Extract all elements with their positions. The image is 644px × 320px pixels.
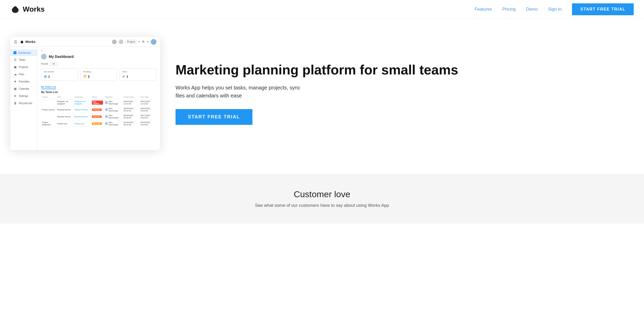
row1-project — [41, 99, 56, 106]
row3-project — [41, 113, 56, 120]
row2-reporter: Alex MacGregor — [104, 106, 122, 113]
back-button[interactable]: < — [41, 49, 156, 52]
app-screenshot: ☰ Works Project ▾ ⚙ + — [10, 37, 160, 150]
table-row: Project Bulbasaur Project icon Project i… — [41, 120, 156, 127]
row2-reporter-avatar — [105, 108, 108, 111]
logo-text: Works — [23, 5, 45, 13]
sidebar-label-calendar: Calendar — [19, 87, 29, 90]
row4-status: Next due — [91, 120, 104, 127]
dashboard-avatar — [41, 54, 47, 59]
topbar-avatar — [151, 39, 156, 45]
row2-summary[interactable]: Website favicon — [73, 106, 91, 113]
done-icon: ✔ — [122, 74, 125, 79]
sidebar-item-settings[interactable]: ⚙ Settings — [10, 92, 37, 100]
dashboard-icon — [13, 51, 17, 54]
period-value[interactable]: All — [50, 62, 57, 66]
pending-icon: ⏱ — [83, 74, 87, 79]
nav-signin[interactable]: Sign In — [548, 7, 562, 12]
sidebar-label-favorites: Favorites — [19, 80, 29, 83]
row4-reporter: Alex MacGregor — [104, 120, 122, 127]
status-value-done: ✔ 1 — [122, 74, 154, 79]
row2-status-badge: Overdue — [92, 109, 102, 111]
row1-status: Not Urgent — [91, 99, 104, 106]
nav-cta-button[interactable]: START FREE TRIAL — [572, 3, 634, 15]
sidebar-label-dashboard: Dashboard — [18, 51, 31, 54]
row2-reporter-name: Alex MacGregor — [109, 107, 121, 112]
hero-cta-button[interactable]: START FREE TRIAL — [176, 109, 252, 125]
row1-summary[interactable]: Designer not assigned — [73, 99, 91, 106]
row4-title: Project icon — [56, 120, 73, 127]
status-card-pending: Pending ⏱ 2 — [80, 68, 117, 81]
row4-project: Project Bulbasaur — [41, 120, 56, 127]
status-label-done: Done — [122, 71, 154, 73]
row1-status-badge: Not Urgent — [92, 101, 103, 105]
row2-project: Project Ivysaur — [41, 106, 56, 113]
row3-status-badge: Overdue — [92, 116, 102, 118]
row3-summary[interactable]: Website favicon — [73, 113, 91, 120]
tasks-table-head: Project Title Summary Status Reporter Cr… — [41, 95, 156, 99]
period-selector: Period: All — [41, 62, 156, 66]
app-sidebar: Dashboard ☰ Tasks ▣ Projects ☁ Files — [10, 47, 37, 150]
logo[interactable]: Works — [10, 4, 45, 14]
nav-links: Features Pricing Demo Sign In START FREE… — [475, 3, 634, 15]
app-window: ☰ Works Project ▾ ⚙ + — [10, 37, 160, 150]
not-started-icon: ⊖ — [44, 74, 47, 79]
table-row: Project Ivysaur Website favicon Website … — [41, 106, 156, 113]
tasks-table-title: My Tasks List — [41, 91, 156, 94]
col-create-date: Create Date — [122, 95, 139, 99]
status-label-pending: Pending — [83, 71, 115, 73]
sidebar-item-projects[interactable]: ▣ Projects — [10, 63, 37, 71]
svg-point-2 — [21, 41, 23, 43]
hero-text: Marketing planning platform for small te… — [176, 62, 634, 125]
topbar-project-label[interactable]: Project — [125, 40, 137, 44]
status-label-not-started: Not started — [44, 71, 75, 73]
col-reporter: Reporter — [104, 95, 122, 99]
period-label: Period: — [41, 63, 49, 65]
sidebar-item-recycle[interactable]: 🗑 Recycle bin — [10, 100, 37, 107]
col-status: Status — [91, 95, 104, 99]
row3-create-date: 08/25/2023 04:36:05 — [122, 113, 139, 120]
nav-features[interactable]: Features — [475, 7, 492, 12]
table-row: Website favicon Website favicon Overdue … — [41, 113, 156, 120]
app-body: Dashboard ☰ Tasks ▣ Projects ☁ Files — [10, 47, 160, 150]
row4-reporter-cell: Alex MacGregor — [105, 121, 121, 126]
sidebar-label-settings: Settings — [19, 95, 28, 97]
row2-create-date: 08/25/2023 04:33:45 — [122, 106, 139, 113]
topbar-gear-icon: ⚙ — [142, 40, 145, 43]
favorites-icon: ★ — [13, 80, 17, 83]
sidebar-item-files[interactable]: ☁ Files — [10, 71, 37, 78]
not-started-count: 1 — [48, 75, 50, 78]
row4-summary[interactable]: Project icon — [73, 120, 91, 127]
row1-create-date: 08/20/2023 11:42:39 — [122, 99, 139, 106]
nav-pricing[interactable]: Pricing — [502, 7, 516, 12]
row3-reporter: Alex MacGregor — [104, 113, 122, 120]
calendar-icon: ▦ — [13, 87, 17, 90]
status-value-not-started: ⊖ 1 — [44, 74, 75, 79]
sidebar-item-calendar[interactable]: ▦ Calendar — [10, 85, 37, 92]
topbar-dropdown-icon: ▾ — [139, 41, 140, 43]
app-topbar-name: Works — [25, 40, 36, 44]
sidebar-label-recycle: Recycle bin — [19, 102, 32, 105]
tasks-table-header-row: Project Title Summary Status Reporter Cr… — [41, 95, 156, 99]
app-main-content: < My Dashboard Period: All Not started — [37, 47, 160, 150]
tasks-section-title[interactable]: My Tasks List — [41, 86, 56, 89]
table-row: Designer not assigned Designer not assig… — [41, 99, 156, 106]
row1-reporter: Alex MacGregor — [104, 99, 122, 106]
app-topbar: ☰ Works Project ▾ ⚙ + — [10, 37, 160, 47]
row4-reporter-avatar — [105, 122, 108, 125]
sidebar-item-tasks[interactable]: ☰ Tasks — [10, 56, 37, 63]
row2-title: Website favicon — [56, 106, 73, 113]
app-logo: Works — [20, 40, 36, 44]
col-summary: Summary — [73, 95, 91, 99]
sidebar-item-favorites[interactable]: ★ Favorites — [10, 78, 37, 85]
row1-reporter-cell: Alex MacGregor — [105, 100, 121, 105]
row1-reporter-name: Alex MacGregor — [109, 100, 121, 105]
row3-title: Website favicon — [56, 113, 73, 120]
customer-section-subtitle: See what some of our customers have to s… — [10, 203, 634, 208]
row3-reporter-cell: Alex MacGregor — [105, 114, 121, 119]
sidebar-item-dashboard[interactable]: Dashboard — [10, 49, 37, 56]
nav-demo[interactable]: Demo — [526, 7, 538, 12]
tasks-table-body: Designer not assigned Designer not assig… — [41, 99, 156, 127]
row1-due-date: 09/21/2023 11:42:40 — [139, 99, 156, 106]
row2-status: Overdue — [91, 106, 104, 113]
